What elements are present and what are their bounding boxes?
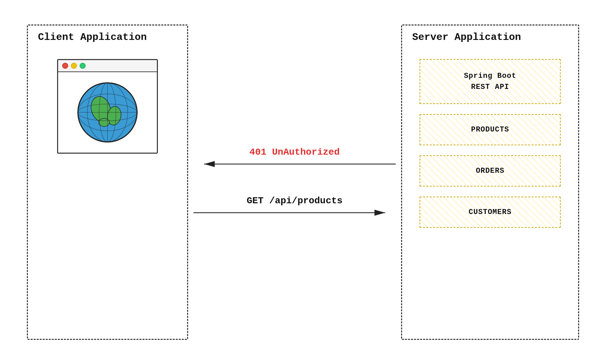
server-title: Server Application [412, 32, 521, 43]
server-application-box: Server Application Spring BootREST API P… [401, 24, 579, 340]
spring-boot-label: Spring BootREST API [420, 60, 560, 103]
arrow-get-row: GET /api/products [188, 196, 401, 217]
client-application-box: Client Application [27, 24, 188, 340]
browser-content [58, 72, 157, 153]
arrow-401-svg [188, 159, 401, 169]
arrow-401-row: 401 UnAuthorized [188, 147, 401, 169]
browser-dot-green [80, 63, 86, 69]
browser-dot-yellow [71, 63, 77, 69]
svg-marker-14 [375, 210, 385, 216]
arrow-get-label: GET /api/products [247, 196, 343, 206]
orders-label: ORDERS [420, 156, 560, 186]
browser-titlebar [58, 60, 157, 72]
arrows-area: 401 UnAuthorized GET /api/products [188, 147, 401, 217]
spring-boot-box: Spring BootREST API [420, 59, 561, 104]
globe-icon [74, 79, 141, 146]
arrow-401-label: 401 UnAuthorized [250, 147, 340, 157]
customers-label: CUSTOMERS [420, 197, 560, 227]
customers-box: CUSTOMERS [420, 197, 561, 228]
svg-marker-12 [204, 161, 215, 167]
browser-dot-red [62, 63, 68, 69]
products-box: PRODUCTS [420, 114, 561, 145]
products-label: PRODUCTS [420, 115, 560, 145]
arrow-get-line [188, 208, 401, 217]
arrow-401-line [188, 159, 401, 169]
orders-box: ORDERS [420, 155, 561, 187]
svg-point-3 [99, 118, 110, 126]
client-title: Client Application [38, 32, 147, 43]
arrow-get-svg [188, 208, 401, 217]
diagram-container: Client Application [0, 0, 606, 364]
browser-window [57, 59, 158, 154]
